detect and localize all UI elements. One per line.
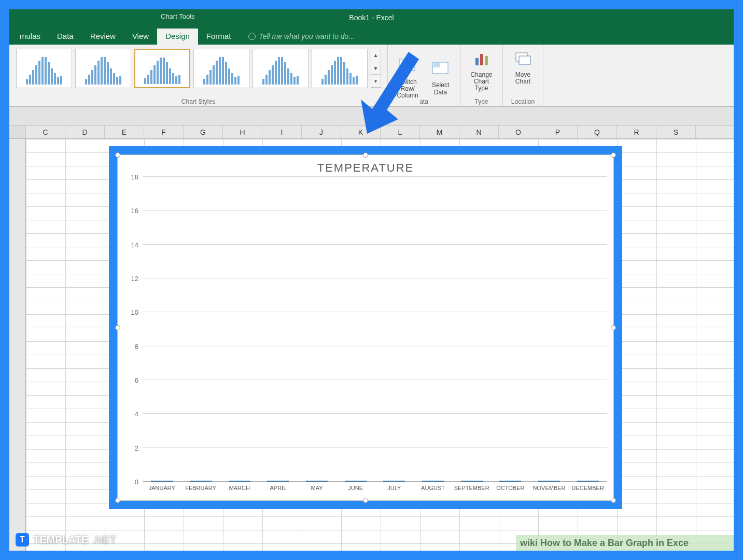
select-all-corner[interactable] <box>9 125 26 138</box>
column-header[interactable]: J <box>302 125 341 138</box>
ribbon-group-label: Chart Styles <box>9 98 387 105</box>
ribbon-button-label: Change Chart Type <box>468 72 495 92</box>
column-header[interactable]: R <box>617 125 656 138</box>
chart-style-thumb[interactable] <box>75 49 131 88</box>
chart-bar[interactable] <box>461 481 483 482</box>
chart-styles-more[interactable]: ▲▼▾ <box>371 49 381 88</box>
chart-bar[interactable] <box>577 481 599 482</box>
svg-rect-0 <box>399 59 415 71</box>
column-header[interactable]: P <box>538 125 578 138</box>
change-chart-type-button[interactable]: Change Chart Type <box>464 47 499 92</box>
column-header[interactable]: L <box>381 125 420 138</box>
tab-view[interactable]: View <box>124 29 157 45</box>
chart-highlight-frame: TEMPERATURE 024681012141618 JANUARYFEBRU… <box>109 146 622 509</box>
resize-handle[interactable] <box>115 152 120 158</box>
ribbon-group-label: ata <box>388 98 460 105</box>
select-data-button[interactable]: Select Data <box>424 57 457 95</box>
bar-slot <box>298 481 337 482</box>
column-header[interactable]: Q <box>578 125 617 138</box>
x-tick-label: JUNE <box>336 483 375 496</box>
chart-style-thumb[interactable] <box>253 49 309 88</box>
chart-bar[interactable] <box>306 481 328 482</box>
ribbon-group-data: Switch Row/ Column Select Data ata <box>388 45 460 106</box>
column-header[interactable]: H <box>223 125 262 138</box>
x-tick-label: FEBRUARY <box>181 483 220 496</box>
switch-row-column-button[interactable]: Switch Row/ Column <box>391 54 424 100</box>
x-tick-label: MAY <box>298 483 337 496</box>
x-axis-labels: JANUARYFEBRUARYMARCHAPRILMAYJUNEJULYAUGU… <box>143 483 607 496</box>
tab-review[interactable]: Review <box>82 29 124 45</box>
formula-bar-area <box>9 107 734 125</box>
y-tick-label: 8 <box>135 342 138 350</box>
tab-design[interactable]: Design <box>157 29 198 45</box>
row-headers <box>9 139 26 551</box>
resize-handle[interactable] <box>115 325 120 330</box>
svg-rect-5 <box>485 56 488 65</box>
resize-handle[interactable] <box>363 152 368 158</box>
column-header[interactable]: D <box>65 125 105 138</box>
resize-handle[interactable] <box>611 498 616 503</box>
y-tick-label: 16 <box>131 207 138 215</box>
chart-plot-area[interactable]: 024681012141618 JANUARYFEBRUARYMARCHAPRI… <box>143 177 607 496</box>
bar-slot <box>375 481 414 482</box>
chart-bar[interactable] <box>422 481 444 482</box>
ribbon-button-label: Move Chart <box>510 72 536 85</box>
ribbon-group-label: Location <box>503 98 543 105</box>
chart-bar[interactable] <box>151 481 173 482</box>
tab-format[interactable]: Format <box>198 29 240 45</box>
tell-me-placeholder: Tell me what you want to do... <box>259 32 355 40</box>
resize-handle[interactable] <box>611 152 616 158</box>
tell-me-search[interactable]: Tell me what you want to do... <box>248 32 355 40</box>
column-header[interactable]: G <box>184 125 223 138</box>
chart-bar[interactable] <box>267 481 289 482</box>
x-tick-label: MARCH <box>220 483 259 496</box>
bar-slot <box>530 481 569 482</box>
chart-style-thumb[interactable] <box>16 49 72 88</box>
y-tick-label: 12 <box>131 275 138 283</box>
bar-slot <box>336 481 375 482</box>
embedded-chart[interactable]: TEMPERATURE 024681012141618 JANUARYFEBRU… <box>117 155 614 501</box>
tab-formulas[interactable]: mulas <box>11 29 49 45</box>
chart-title[interactable]: TEMPERATURE <box>118 155 613 177</box>
ribbon-group-chart-styles: ▲▼▾ Chart Styles <box>9 45 388 106</box>
chart-bar[interactable] <box>229 481 250 482</box>
bar-slot <box>491 481 530 482</box>
column-header[interactable]: O <box>499 125 538 138</box>
chart-bar[interactable] <box>538 481 560 482</box>
resize-handle[interactable] <box>363 498 368 503</box>
watermark-text: TEMPLATE <box>33 534 88 546</box>
chart-style-thumb[interactable] <box>312 49 368 88</box>
bar-slot <box>452 481 491 482</box>
chart-bar[interactable] <box>345 481 367 482</box>
chart-style-thumb[interactable] <box>193 49 249 88</box>
column-header[interactable]: K <box>341 125 381 138</box>
chart-type-icon <box>471 49 492 69</box>
resize-handle[interactable] <box>115 498 120 503</box>
column-header[interactable]: S <box>656 125 696 138</box>
svg-rect-7 <box>519 56 530 64</box>
chart-bar[interactable] <box>190 481 212 482</box>
watermark-suffix: .NET <box>92 534 116 546</box>
x-tick-label: JULY <box>375 483 414 496</box>
chart-bar[interactable] <box>499 481 521 482</box>
chart-style-thumb-selected[interactable] <box>134 49 190 88</box>
chart-bar[interactable] <box>383 481 405 482</box>
x-tick-label: SEPTEMBER <box>452 483 491 496</box>
y-tick-label: 2 <box>135 444 138 452</box>
x-tick-label: APRIL <box>259 483 298 496</box>
column-header[interactable]: F <box>144 125 184 138</box>
x-tick-label: OCTOBER <box>491 483 530 496</box>
column-header[interactable]: N <box>459 125 499 138</box>
wiki-caption-strip: wiki How to Make a Bar Graph in Exce <box>516 535 734 551</box>
tab-data[interactable]: Data <box>49 29 82 45</box>
column-header[interactable]: E <box>105 125 144 138</box>
column-header[interactable]: C <box>26 125 65 138</box>
bar-slot <box>143 481 181 482</box>
column-header[interactable]: I <box>262 125 302 138</box>
chart-bars <box>143 177 607 482</box>
resize-handle[interactable] <box>611 325 616 330</box>
lightbulb-icon <box>248 33 256 40</box>
move-chart-button[interactable]: Move Chart <box>506 47 540 85</box>
column-header[interactable]: M <box>420 125 459 138</box>
ribbon-tabstrip: mulas Data Review View Design Format Tel… <box>9 28 734 45</box>
